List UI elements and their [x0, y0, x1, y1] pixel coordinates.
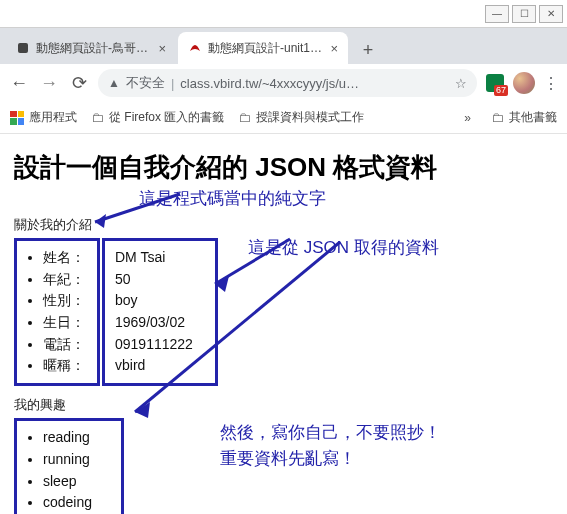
- bookmark-star-icon[interactable]: ☆: [455, 76, 467, 91]
- list-item: 年紀：: [43, 269, 87, 291]
- favicon-icon: [188, 41, 202, 55]
- annotation-line: 重要資料先亂寫！: [220, 449, 356, 468]
- bookmark-label: 從 Firefox 匯入的書籤: [109, 109, 224, 126]
- back-button[interactable]: ←: [8, 73, 30, 94]
- browser-tab-active[interactable]: 動態網頁設計-unit11-1… ×: [178, 32, 348, 64]
- profile-avatar[interactable]: [513, 72, 535, 94]
- bookmark-folder[interactable]: 🗀 其他書籤: [491, 109, 557, 126]
- list-item: 1969/03/02: [115, 312, 205, 334]
- browser-tabstrip: 動態網頁設計-鳥哥設… × 動態網頁設計-unit11-1… × +: [0, 28, 567, 64]
- bookmarks-bar: 應用程式 🗀 從 Firefox 匯入的書籤 🗀 授課資料與模式工作 » 🗀 其…: [0, 102, 567, 134]
- bookmark-folder[interactable]: 🗀 授課資料與模式工作: [238, 109, 364, 126]
- tab-title: 動態網頁設計-unit11-1…: [208, 40, 324, 57]
- values-box: DM Tsai 50 boy 1969/03/02 0919111222 vbi…: [102, 238, 218, 386]
- list-item: 0919111222: [115, 334, 205, 356]
- list-item: 電話：: [43, 334, 87, 356]
- list-item: 50: [115, 269, 205, 291]
- browser-toolbar: ← → ⟳ ▲ 不安全 | class.vbird.tw/~4xxxcyyy/j…: [0, 64, 567, 102]
- tab-title: 動態網頁設計-鳥哥設…: [36, 40, 152, 57]
- forward-button[interactable]: →: [38, 73, 60, 94]
- page-title: 設計一個自我介紹的 JSON 格式資料: [14, 150, 553, 185]
- browser-tab[interactable]: 動態網頁設計-鳥哥設… ×: [6, 32, 176, 64]
- insecure-icon: ▲: [108, 76, 120, 90]
- hobby-box: reading running sleep codeing: [14, 418, 124, 514]
- annotation-instructions: 然後，寫你自己，不要照抄！ 重要資料先亂寫！: [220, 420, 441, 471]
- browser-menu-button[interactable]: ⋮: [543, 74, 559, 93]
- svg-rect-0: [18, 43, 28, 53]
- section-label-about: 關於我的介紹: [14, 216, 553, 234]
- extension-icon[interactable]: 67: [485, 73, 505, 93]
- list-item: 暱稱：: [43, 355, 87, 377]
- list-item: 性別：: [43, 290, 87, 312]
- annotation-json-data: 這是從 JSON 取得的資料: [248, 236, 553, 259]
- section-label-hobby: 我的興趣: [14, 396, 553, 414]
- list-item: codeing: [43, 492, 111, 514]
- apps-icon: [10, 111, 24, 125]
- folder-icon: 🗀: [91, 110, 104, 125]
- window-minimize-button[interactable]: —: [485, 5, 509, 23]
- list-item: vbird: [115, 355, 205, 377]
- window-titlebar: — ☐ ✕: [0, 0, 567, 28]
- annotation-static-text: 這是程式碼當中的純文字: [139, 187, 553, 210]
- window-maximize-button[interactable]: ☐: [512, 5, 536, 23]
- list-item: boy: [115, 290, 205, 312]
- folder-icon: 🗀: [238, 110, 251, 125]
- bookmark-folder[interactable]: 🗀 從 Firefox 匯入的書籤: [91, 109, 224, 126]
- tab-close-icon[interactable]: ×: [158, 41, 166, 56]
- page-content: 設計一個自我介紹的 JSON 格式資料 這是程式碼當中的純文字 關於我的介紹 姓…: [0, 134, 567, 514]
- list-item: running: [43, 449, 111, 471]
- bookmark-label: 授課資料與模式工作: [256, 109, 364, 126]
- favicon-icon: [16, 41, 30, 55]
- bookmark-label: 應用程式: [29, 109, 77, 126]
- bookmark-overflow-button[interactable]: »: [464, 111, 471, 125]
- annotation-line: 然後，寫你自己，不要照抄！: [220, 423, 441, 442]
- list-item: sleep: [43, 471, 111, 493]
- insecure-label: 不安全: [126, 74, 165, 92]
- new-tab-button[interactable]: +: [354, 36, 382, 64]
- url-text: class.vbird.tw/~4xxxcyyy/js/u…: [180, 76, 449, 91]
- tab-close-icon[interactable]: ×: [330, 41, 338, 56]
- list-item: reading: [43, 427, 111, 449]
- extension-badge: 67: [494, 85, 508, 96]
- bookmark-apps[interactable]: 應用程式: [10, 109, 77, 126]
- list-item: 姓名：: [43, 247, 87, 269]
- folder-icon: 🗀: [491, 110, 504, 125]
- reload-button[interactable]: ⟳: [68, 72, 90, 94]
- keys-box: 姓名： 年紀： 性別： 生日： 電話： 暱稱：: [14, 238, 100, 386]
- bookmark-label: 其他書籤: [509, 109, 557, 126]
- list-item: DM Tsai: [115, 247, 205, 269]
- list-item: 生日：: [43, 312, 87, 334]
- window-close-button[interactable]: ✕: [539, 5, 563, 23]
- address-bar[interactable]: ▲ 不安全 | class.vbird.tw/~4xxxcyyy/js/u… ☆: [98, 69, 477, 97]
